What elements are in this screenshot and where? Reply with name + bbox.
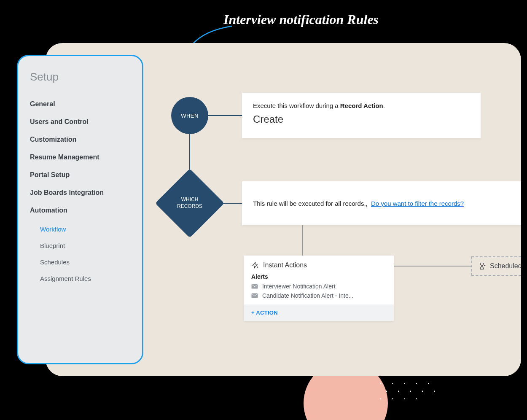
when-card-description: Execute this workflow during a Record Ac… (253, 102, 470, 109)
svg-rect-3 (252, 293, 258, 298)
alert-label: Interviewer Notification Alert (262, 283, 336, 290)
alert-row[interactable]: Candidate Notification Alert - Inte... (244, 291, 394, 300)
sidebar-item-general[interactable]: General (30, 95, 130, 113)
which-records-node[interactable]: WHICH RECORDS (165, 179, 214, 228)
envelope-icon (251, 293, 258, 298)
sidebar-subitem-assignment-rules[interactable]: Assignment Rules (40, 270, 130, 287)
alerts-label: Alerts (244, 273, 394, 282)
sidebar-title: Setup (30, 70, 130, 83)
sidebar-subitem-schedules[interactable]: Schedules (40, 254, 130, 270)
svg-rect-2 (252, 284, 258, 289)
instant-icon (251, 261, 259, 269)
sidebar-subitem-blueprint[interactable]: Blueprint (40, 237, 130, 254)
sidebar-subitem-workflow[interactable]: Workflow (40, 221, 130, 237)
connector (302, 225, 303, 256)
sidebar-item-users[interactable]: Users and Control (30, 113, 130, 131)
envelope-icon (251, 284, 258, 289)
hourglass-icon (478, 262, 486, 270)
scheduled-actions-title: Scheduled Actions (490, 262, 521, 270)
when-card-value: Create (253, 113, 470, 125)
when-card[interactable]: Execute this workflow during a Record Ac… (242, 93, 481, 138)
which-records-label: WHICH RECORDS (165, 179, 214, 228)
scheduled-actions-card[interactable]: Scheduled Actions (471, 256, 521, 276)
which-card-text: This rule will be executed for all recor… (253, 200, 368, 207)
connector (394, 266, 471, 267)
instant-actions-card: Instant Actions Alerts Interviewer Notif… (244, 256, 394, 321)
setup-sidebar: Setup General Users and Control Customiz… (17, 55, 143, 364)
sidebar-item-automation[interactable]: Automation (30, 202, 130, 219)
sidebar-item-customization[interactable]: Customization (30, 131, 130, 148)
sidebar-item-job-boards[interactable]: Job Boards Integration (30, 184, 130, 202)
decorative-dots: · · · · · · · · · ·· · · · (379, 380, 443, 413)
when-node-label: WHEN (181, 113, 199, 119)
annotation-title: Interview notification Rules (223, 12, 379, 27)
connector (208, 115, 242, 116)
sidebar-item-resume-management[interactable]: Resume Management (30, 148, 130, 166)
when-node[interactable]: WHEN (171, 97, 208, 134)
alert-label: Candidate Notification Alert - Inte... (262, 292, 353, 299)
filter-records-link[interactable]: Do you want to filter the records? (371, 200, 464, 207)
which-records-card[interactable]: This rule will be executed for all recor… (242, 181, 521, 225)
instant-actions-title: Instant Actions (263, 261, 307, 269)
sidebar-item-portal-setup[interactable]: Portal Setup (30, 166, 130, 184)
alert-row[interactable]: Interviewer Notification Alert (244, 282, 394, 291)
add-action-button[interactable]: + ACTION (244, 304, 394, 321)
